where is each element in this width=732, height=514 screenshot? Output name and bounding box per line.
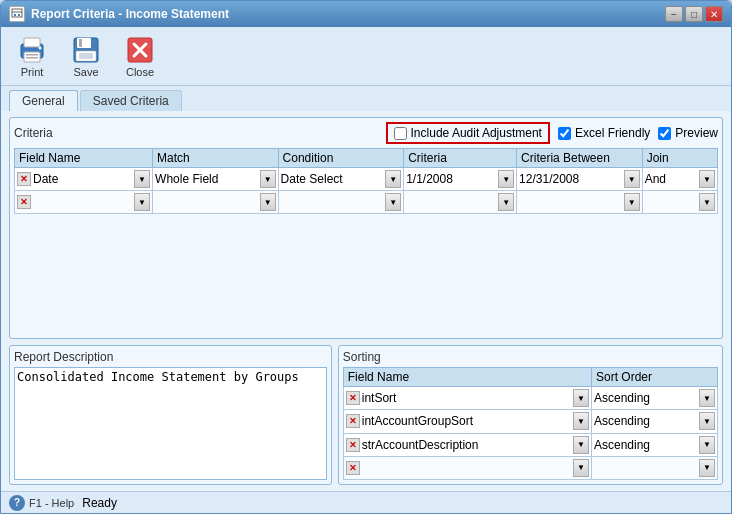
window-icon [9,6,25,22]
svg-rect-12 [79,39,82,47]
print-label: Print [21,66,44,78]
maximize-button[interactable]: □ [685,6,703,22]
report-desc-title: Report Description [14,350,327,364]
criteria-field-name-1: ✕ Date ▼ [15,168,153,191]
criteria-join-2: ▼ [642,191,717,214]
field-name-1-dropdown[interactable]: ▼ [134,170,150,188]
sort-delete-1-button[interactable]: ✕ [346,391,360,405]
criteria-between-1-dropdown[interactable]: ▼ [624,170,640,188]
tab-saved-criteria[interactable]: Saved Criteria [80,90,182,111]
title-bar: Report Criteria - Income Statement − □ ✕ [1,1,731,27]
report-description-section: Report Description [9,345,332,485]
content-area: Criteria Include Audit Adjustment Excel … [1,111,731,491]
field-name-2-dropdown[interactable]: ▼ [134,193,150,211]
criteria-match-1: Whole Field ▼ [153,168,279,191]
svg-rect-2 [14,14,16,16]
window-title: Report Criteria - Income Statement [31,7,229,21]
sort-field-1: ✕ intSort ▼ [343,387,591,410]
criteria-between-2-dropdown[interactable]: ▼ [624,193,640,211]
criteria-row-1: ✕ Date ▼ Whole Field ▼ [15,168,718,191]
sort-order-2-dropdown[interactable]: ▼ [699,412,715,430]
condition-1-dropdown[interactable]: ▼ [385,170,401,188]
minimize-button[interactable]: − [665,6,683,22]
preview-group: Preview [658,126,718,140]
criteria-1-dropdown[interactable]: ▼ [498,170,514,188]
criteria-row-2: ✕ ▼ ▼ [15,191,718,214]
col-join: Join [642,149,717,168]
tab-general[interactable]: General [9,90,78,111]
sort-order-1: Ascending ▼ [591,387,717,410]
sort-order-4: ▼ [591,456,717,479]
save-label: Save [73,66,98,78]
audit-adjustment-label: Include Audit Adjustment [411,126,542,140]
criteria-section: Criteria Include Audit Adjustment Excel … [9,117,723,339]
join-2-dropdown[interactable]: ▼ [699,193,715,211]
match-2-dropdown[interactable]: ▼ [260,193,276,211]
excel-friendly-label: Excel Friendly [575,126,650,140]
sort-col-field-name: Field Name [343,368,591,387]
delete-row-2-button[interactable]: ✕ [17,195,31,209]
sort-field-2-dropdown[interactable]: ▼ [573,412,589,430]
col-criteria-between: Criteria Between [517,149,643,168]
sort-delete-3-button[interactable]: ✕ [346,438,360,452]
sort-order-3: Ascending ▼ [591,433,717,456]
col-condition: Condition [278,149,404,168]
criteria-between-1: 12/31/2008 ▼ [517,168,643,191]
svg-rect-14 [79,53,93,59]
delete-row-1-button[interactable]: ✕ [17,172,31,186]
col-criteria: Criteria [404,149,517,168]
toolbar: Print Save Close [1,27,731,86]
excel-friendly-checkbox[interactable] [558,127,571,140]
criteria-match-2: ▼ [153,191,279,214]
criteria-value-2: ▼ [404,191,517,214]
sort-field-2: ✕ intAccountGroupSort ▼ [343,410,591,433]
audit-adjustment-wrap: Include Audit Adjustment [386,122,550,144]
help-label: F1 - Help [29,497,74,509]
print-button[interactable]: Print [9,31,55,81]
sort-field-1-dropdown[interactable]: ▼ [573,389,589,407]
col-match: Match [153,149,279,168]
match-1-dropdown[interactable]: ▼ [260,170,276,188]
svg-point-9 [39,47,42,50]
status-bar: ? F1 - Help Ready [1,491,731,513]
window-close-button[interactable]: ✕ [705,6,723,22]
sort-field-3: ✕ strAccountDescription ▼ [343,433,591,456]
title-buttons: − □ ✕ [665,6,723,22]
sort-order-1-dropdown[interactable]: ▼ [699,389,715,407]
audit-adjustment-checkbox[interactable] [394,127,407,140]
sort-delete-2-button[interactable]: ✕ [346,414,360,428]
join-1-dropdown[interactable]: ▼ [699,170,715,188]
status-text: Ready [82,496,117,510]
sort-field-3-dropdown[interactable]: ▼ [573,436,589,454]
excel-friendly-group: Excel Friendly [558,126,650,140]
sort-order-2: Ascending ▼ [591,410,717,433]
criteria-condition-2: ▼ [278,191,404,214]
toolbar-close-button[interactable]: Close [117,31,163,81]
criteria-join-1: And ▼ [642,168,717,191]
criteria-options: Include Audit Adjustment Excel Friendly … [386,122,718,144]
sort-order-4-dropdown[interactable]: ▼ [699,459,715,477]
help-icon: ? [9,495,25,511]
sort-row-3: ✕ strAccountDescription ▼ Ascending ▼ [343,433,717,456]
svg-rect-3 [18,14,20,16]
save-icon [70,34,102,66]
sort-field-4-dropdown[interactable]: ▼ [573,459,589,477]
svg-rect-5 [24,38,40,47]
sort-order-3-dropdown[interactable]: ▼ [699,436,715,454]
criteria-value-1: 1/1/2008 ▼ [404,168,517,191]
sort-row-4: ✕ ▼ ▼ [343,456,717,479]
criteria-condition-1: Date Select ▼ [278,168,404,191]
criteria-2-dropdown[interactable]: ▼ [498,193,514,211]
sort-row-2: ✕ intAccountGroupSort ▼ Ascending ▼ [343,410,717,433]
preview-checkbox[interactable] [658,127,671,140]
sort-delete-4-button[interactable]: ✕ [346,461,360,475]
save-button[interactable]: Save [63,31,109,81]
close-label: Close [126,66,154,78]
report-description-textarea[interactable] [14,367,327,480]
sort-col-sort-order: Sort Order [591,368,717,387]
tabs-bar: General Saved Criteria [1,86,731,111]
sorting-title: Sorting [343,350,718,364]
condition-2-dropdown[interactable]: ▼ [385,193,401,211]
sort-row-1: ✕ intSort ▼ Ascending ▼ [343,387,717,410]
sort-field-4: ✕ ▼ [343,456,591,479]
